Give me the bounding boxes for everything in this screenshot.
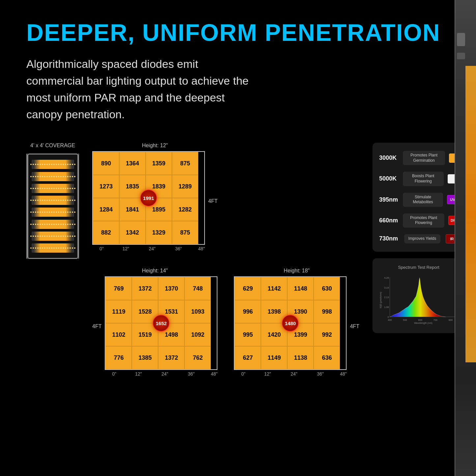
g2-cell-1-0: 1119 [105, 300, 132, 323]
svg-text:2.13: 2.13 [384, 296, 389, 299]
g2-cell-2-3: 1092 [184, 323, 211, 346]
g3-cell-0-3: 630 [314, 277, 340, 300]
led-fixture-frame [455, 0, 476, 476]
grid2-height-label: Height: 14" [92, 268, 217, 274]
grid-container-2: Height: 14" 4FT 769 1372 1370 748 1119 [92, 268, 217, 377]
led-bar-7 [32, 232, 74, 241]
desc-730nm: Improves Yields [404, 234, 440, 243]
grid-container-3: Height: 18" 629 1142 1148 630 996 1398 1… [234, 268, 359, 377]
g2-cell-0-2: 1370 [158, 277, 184, 300]
grid2-relative: 769 1372 1370 748 1119 1528 1531 1093 11… [105, 276, 217, 377]
led-bar-1 [32, 160, 74, 169]
spectrum-row-3000k: 3000K Promotes Plant Germination [379, 151, 458, 165]
cell-3-1: 1342 [119, 221, 146, 244]
grid1-relative: 890 1364 1359 875 1273 1835 1839 1289 [92, 151, 205, 251]
grid1-center-badge: 1991 [140, 189, 157, 207]
spectrum-row-5000k: 5000K Boosts Plant Flowering [379, 172, 458, 186]
g2-cell-0-1: 1372 [132, 277, 158, 300]
cell-1-0: 1273 [93, 175, 119, 198]
grids-area: Height: 12" 890 1364 1359 875 1273 [92, 143, 359, 377]
led-bar-8 [32, 243, 74, 253]
svg-text:500: 500 [403, 319, 407, 322]
grid3-x-labels: 0" 12" 24" 36" 48" [234, 371, 347, 377]
desc-660nm: Promotes Plant Flowering [403, 213, 444, 228]
grid1: 890 1364 1359 875 1273 1835 1839 1289 [92, 151, 205, 245]
fixture-mount-top [457, 33, 465, 46]
grid2-ft-label-left: 4FT [92, 323, 101, 329]
cell-2-3: 1282 [172, 198, 198, 221]
desc-5000k: Boosts Plant Flowering [403, 172, 444, 186]
wavelength-730nm: 730nm [379, 235, 399, 242]
g3-cell-0-2: 1148 [287, 277, 314, 300]
subtitle-text: Algorithmically spaced diodes emit comme… [26, 56, 257, 123]
coverage-label: 4' x 4' COVERAGE [26, 143, 79, 149]
svg-text:800: 800 [449, 319, 453, 322]
g2-cell-2-0: 1102 [105, 323, 132, 346]
spectrum-card: 3000K Promotes Plant Germination 5000K B… [373, 143, 465, 252]
svg-text:600: 600 [418, 319, 422, 322]
cell-0-1: 1364 [119, 152, 146, 175]
desc-395nm: Stimulate Metabolites [403, 193, 443, 207]
cell-0-3: 875 [172, 152, 198, 175]
grid1-wrapper: 890 1364 1359 875 1273 1835 1839 1289 [92, 151, 217, 251]
grid-container-1: Height: 12" 890 1364 1359 875 1273 [92, 143, 217, 251]
led-bar-4 [32, 196, 74, 205]
grid3-height-label: Height: 18" [234, 268, 359, 274]
grid1-ft-label: 4FT [208, 198, 217, 204]
g3-cell-2-3: 992 [314, 323, 340, 346]
svg-text:SQD (μmol/s/nm): SQD (μmol/s/nm) [379, 292, 382, 308]
cell-1-3: 1289 [172, 175, 198, 198]
g2-cell-0-3: 748 [184, 277, 211, 300]
g2-cell-3-2: 1372 [158, 346, 184, 369]
chart-area: 4.26 3.19 2.13 1.06 0 400 500 600 700 80… [379, 274, 458, 326]
g2-cell-3-0: 776 [105, 346, 132, 369]
g2-cell-3-3: 762 [184, 346, 211, 369]
wavelength-395nm: 395nm [379, 196, 399, 203]
cell-3-0: 882 [93, 221, 119, 244]
g3-cell-3-2: 1138 [287, 346, 314, 369]
grid3-wrapper: 629 1142 1148 630 996 1398 1390 998 995 … [234, 276, 359, 377]
led-bar-2 [32, 172, 74, 181]
grid1-height-label: Height: 12" [92, 143, 217, 149]
wavelength-5000k: 5000K [379, 175, 399, 182]
spectrum-chart-svg: 4.26 3.19 2.13 1.06 0 400 500 600 700 80… [379, 274, 458, 326]
g2-cell-0-0: 769 [105, 277, 132, 300]
grid1-x-labels: 0" 12" 24" 36" 48" [92, 246, 205, 251]
cell-2-0: 1284 [93, 198, 119, 221]
cell-0-2: 1359 [146, 152, 172, 175]
fixture-clamp [457, 53, 465, 59]
grid3-relative: 629 1142 1148 630 996 1398 1390 998 995 … [234, 276, 347, 377]
led-bar-6 [32, 220, 74, 229]
svg-text:400: 400 [388, 319, 392, 322]
svg-text:0: 0 [387, 315, 389, 318]
led-bar-5 [32, 208, 74, 217]
grids-bottom: Height: 14" 4FT 769 1372 1370 748 1119 [92, 268, 359, 377]
cell-3-2: 1329 [146, 221, 172, 244]
svg-text:Wavelength (nm): Wavelength (nm) [414, 322, 433, 324]
g2-cell-3-1: 1385 [132, 346, 158, 369]
wavelength-3000k: 3000K [379, 154, 399, 161]
spectrum-row-660nm: 660nm Promotes Plant Flowering DR [379, 213, 458, 228]
cell-0-0: 890 [93, 152, 119, 175]
grid2-x-labels: 0" 12" 24" 36" 48" [105, 371, 217, 377]
g3-cell-3-3: 636 [314, 346, 340, 369]
led-rack [27, 154, 78, 259]
grid3-center-badge: 1480 [282, 315, 299, 332]
svg-text:3.19: 3.19 [384, 286, 389, 289]
grid2-wrapper: 4FT 769 1372 1370 748 1119 1528 1531 [92, 276, 217, 377]
svg-text:4.26: 4.26 [384, 276, 389, 279]
spectrum-row-395nm: 395nm Stimulate Metabolites UV [379, 193, 458, 207]
g3-cell-1-0: 996 [235, 300, 261, 323]
chart-title: Spectrum Test Report [379, 265, 458, 270]
content-row: 4' x 4' COVERAGE [26, 143, 450, 377]
right-panel: 3000K Promotes Plant Germination 5000K B… [373, 143, 465, 333]
grid3-ft-label: 4FT [350, 323, 359, 329]
grids-top: Height: 12" 890 1364 1359 875 1273 [92, 143, 359, 251]
grid2: 769 1372 1370 748 1119 1528 1531 1093 11… [105, 276, 217, 370]
g3-cell-2-0: 995 [235, 323, 261, 346]
spectrum-row-730nm: 730nm Improves Yields IR [379, 234, 458, 243]
cell-3-3: 875 [172, 221, 198, 244]
g3-cell-0-0: 629 [235, 277, 261, 300]
led-bar-3 [32, 184, 74, 193]
wavelength-660nm: 660nm [379, 217, 399, 224]
